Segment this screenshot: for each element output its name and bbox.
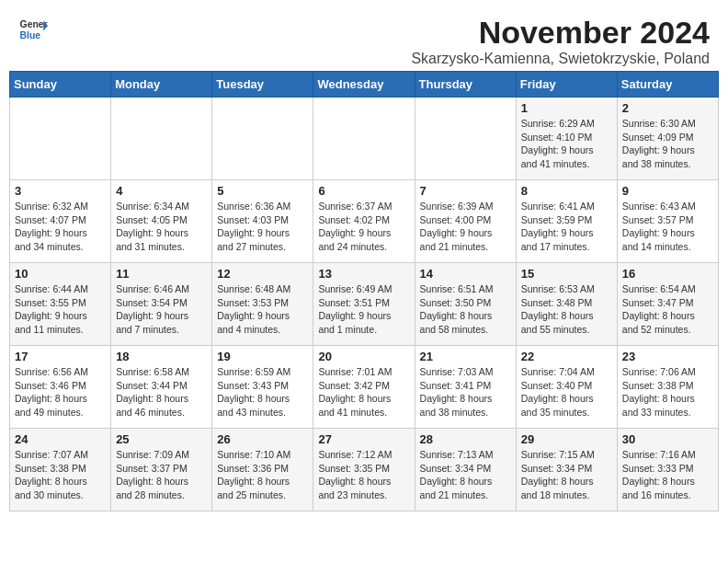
calendar-cell: 19Sunrise: 6:59 AM Sunset: 3:43 PM Dayli… bbox=[212, 346, 313, 429]
calendar-cell: 26Sunrise: 7:10 AM Sunset: 3:36 PM Dayli… bbox=[212, 429, 313, 511]
day-info: Sunrise: 6:39 AM Sunset: 4:00 PM Dayligh… bbox=[420, 200, 511, 254]
day-info: Sunrise: 7:04 AM Sunset: 3:40 PM Dayligh… bbox=[521, 365, 612, 419]
day-number: 1 bbox=[521, 101, 612, 115]
day-info: Sunrise: 7:16 AM Sunset: 3:33 PM Dayligh… bbox=[622, 448, 713, 502]
calendar-cell: 21Sunrise: 7:03 AM Sunset: 3:41 PM Dayli… bbox=[415, 346, 516, 429]
day-number: 5 bbox=[217, 184, 308, 198]
calendar-cell bbox=[10, 98, 111, 180]
day-number: 17 bbox=[15, 350, 106, 363]
calendar-cell: 10Sunrise: 6:44 AM Sunset: 3:55 PM Dayli… bbox=[10, 263, 111, 346]
calendar-header-cell-thursday: Thursday bbox=[415, 72, 516, 98]
calendar-body: 1Sunrise: 6:29 AM Sunset: 4:10 PM Daylig… bbox=[10, 98, 719, 511]
day-number: 10 bbox=[15, 267, 106, 281]
day-number: 23 bbox=[622, 350, 713, 363]
day-info: Sunrise: 7:12 AM Sunset: 3:35 PM Dayligh… bbox=[318, 448, 409, 502]
day-info: Sunrise: 6:51 AM Sunset: 3:50 PM Dayligh… bbox=[420, 282, 511, 337]
calendar-cell: 20Sunrise: 7:01 AM Sunset: 3:42 PM Dayli… bbox=[313, 346, 415, 429]
calendar-cell: 17Sunrise: 6:56 AM Sunset: 3:46 PM Dayli… bbox=[10, 346, 111, 429]
calendar-cell: 22Sunrise: 7:04 AM Sunset: 3:40 PM Dayli… bbox=[516, 346, 617, 429]
calendar-cell: 2Sunrise: 6:30 AM Sunset: 4:09 PM Daylig… bbox=[617, 98, 718, 180]
day-number: 15 bbox=[521, 267, 612, 281]
day-number: 28 bbox=[420, 432, 511, 446]
day-info: Sunrise: 6:48 AM Sunset: 3:53 PM Dayligh… bbox=[217, 282, 308, 337]
calendar-week-row: 3Sunrise: 6:32 AM Sunset: 4:07 PM Daylig… bbox=[10, 180, 719, 263]
svg-text:Blue: Blue bbox=[20, 30, 41, 40]
calendar-header-cell-wednesday: Wednesday bbox=[313, 72, 415, 98]
day-number: 6 bbox=[318, 184, 409, 198]
calendar-cell bbox=[111, 98, 212, 180]
day-number: 14 bbox=[420, 267, 511, 281]
day-info: Sunrise: 6:29 AM Sunset: 4:10 PM Dayligh… bbox=[521, 117, 612, 171]
calendar-week-row: 10Sunrise: 6:44 AM Sunset: 3:55 PM Dayli… bbox=[10, 263, 719, 346]
calendar-header-cell-sunday: Sunday bbox=[10, 72, 111, 98]
day-info: Sunrise: 6:41 AM Sunset: 3:59 PM Dayligh… bbox=[521, 200, 612, 254]
calendar-cell: 12Sunrise: 6:48 AM Sunset: 3:53 PM Dayli… bbox=[212, 263, 313, 346]
day-number: 3 bbox=[15, 184, 106, 198]
day-number: 21 bbox=[420, 350, 511, 363]
calendar-table: SundayMondayTuesdayWednesdayThursdayFrid… bbox=[9, 71, 719, 511]
day-number: 20 bbox=[318, 350, 409, 363]
day-info: Sunrise: 7:09 AM Sunset: 3:37 PM Dayligh… bbox=[116, 448, 207, 502]
day-number: 22 bbox=[521, 350, 612, 363]
calendar-cell: 5Sunrise: 6:36 AM Sunset: 4:03 PM Daylig… bbox=[212, 180, 313, 263]
day-info: Sunrise: 7:07 AM Sunset: 3:38 PM Dayligh… bbox=[15, 448, 106, 502]
day-info: Sunrise: 6:46 AM Sunset: 3:54 PM Dayligh… bbox=[116, 282, 207, 337]
day-number: 7 bbox=[420, 184, 511, 198]
day-number: 19 bbox=[217, 350, 308, 363]
calendar-header-cell-tuesday: Tuesday bbox=[212, 72, 313, 98]
day-number: 25 bbox=[116, 432, 207, 446]
day-number: 12 bbox=[217, 267, 308, 281]
calendar-cell bbox=[313, 98, 415, 180]
calendar-header-row: SundayMondayTuesdayWednesdayThursdayFrid… bbox=[10, 72, 719, 98]
day-info: Sunrise: 6:34 AM Sunset: 4:05 PM Dayligh… bbox=[116, 200, 207, 254]
day-info: Sunrise: 6:32 AM Sunset: 4:07 PM Dayligh… bbox=[15, 200, 106, 254]
calendar-cell bbox=[415, 98, 516, 180]
day-info: Sunrise: 6:37 AM Sunset: 4:02 PM Dayligh… bbox=[318, 200, 409, 254]
calendar-header-cell-saturday: Saturday bbox=[617, 72, 718, 98]
generalblue-logo-icon: General Blue bbox=[18, 15, 48, 44]
day-info: Sunrise: 6:56 AM Sunset: 3:46 PM Dayligh… bbox=[15, 365, 106, 419]
calendar-cell: 25Sunrise: 7:09 AM Sunset: 3:37 PM Dayli… bbox=[111, 429, 212, 511]
calendar-cell: 13Sunrise: 6:49 AM Sunset: 3:51 PM Dayli… bbox=[313, 263, 415, 346]
calendar-cell: 24Sunrise: 7:07 AM Sunset: 3:38 PM Dayli… bbox=[10, 429, 111, 511]
day-info: Sunrise: 6:53 AM Sunset: 3:48 PM Dayligh… bbox=[521, 282, 612, 337]
page-subtitle: Skarzysko-Kamienna, Swietokrzyskie, Pola… bbox=[411, 51, 710, 67]
calendar-cell: 23Sunrise: 7:06 AM Sunset: 3:38 PM Dayli… bbox=[617, 346, 718, 429]
day-number: 4 bbox=[116, 184, 207, 198]
day-info: Sunrise: 6:59 AM Sunset: 3:43 PM Dayligh… bbox=[217, 365, 308, 419]
calendar-cell bbox=[212, 98, 313, 180]
calendar-header-cell-monday: Monday bbox=[111, 72, 212, 98]
day-number: 30 bbox=[622, 432, 713, 446]
day-number: 27 bbox=[318, 432, 409, 446]
calendar-cell: 9Sunrise: 6:43 AM Sunset: 3:57 PM Daylig… bbox=[617, 180, 718, 263]
day-number: 9 bbox=[622, 184, 713, 198]
calendar-cell: 8Sunrise: 6:41 AM Sunset: 3:59 PM Daylig… bbox=[516, 180, 617, 263]
day-info: Sunrise: 6:54 AM Sunset: 3:47 PM Dayligh… bbox=[622, 282, 713, 337]
calendar-week-row: 17Sunrise: 6:56 AM Sunset: 3:46 PM Dayli… bbox=[10, 346, 719, 429]
calendar-cell: 11Sunrise: 6:46 AM Sunset: 3:54 PM Dayli… bbox=[111, 263, 212, 346]
day-info: Sunrise: 6:44 AM Sunset: 3:55 PM Dayligh… bbox=[15, 282, 106, 337]
day-info: Sunrise: 6:58 AM Sunset: 3:44 PM Dayligh… bbox=[116, 365, 207, 419]
calendar-cell: 6Sunrise: 6:37 AM Sunset: 4:02 PM Daylig… bbox=[313, 180, 415, 263]
calendar-cell: 14Sunrise: 6:51 AM Sunset: 3:50 PM Dayli… bbox=[415, 263, 516, 346]
day-number: 18 bbox=[116, 350, 207, 363]
calendar-cell: 29Sunrise: 7:15 AM Sunset: 3:34 PM Dayli… bbox=[516, 429, 617, 511]
day-number: 16 bbox=[622, 267, 713, 281]
day-number: 8 bbox=[521, 184, 612, 198]
logo: General Blue bbox=[18, 15, 48, 44]
day-number: 11 bbox=[116, 267, 207, 281]
day-info: Sunrise: 6:36 AM Sunset: 4:03 PM Dayligh… bbox=[217, 200, 308, 254]
calendar-cell: 4Sunrise: 6:34 AM Sunset: 4:05 PM Daylig… bbox=[111, 180, 212, 263]
calendar-cell: 7Sunrise: 6:39 AM Sunset: 4:00 PM Daylig… bbox=[415, 180, 516, 263]
calendar-header: SundayMondayTuesdayWednesdayThursdayFrid… bbox=[10, 72, 719, 98]
day-number: 2 bbox=[622, 101, 713, 115]
title-block: November 2024 Skarzysko-Kamienna, Swieto… bbox=[411, 15, 710, 67]
day-info: Sunrise: 7:15 AM Sunset: 3:34 PM Dayligh… bbox=[521, 448, 612, 502]
calendar-cell: 1Sunrise: 6:29 AM Sunset: 4:10 PM Daylig… bbox=[516, 98, 617, 180]
day-info: Sunrise: 6:43 AM Sunset: 3:57 PM Dayligh… bbox=[622, 200, 713, 254]
day-info: Sunrise: 7:01 AM Sunset: 3:42 PM Dayligh… bbox=[318, 365, 409, 419]
calendar-cell: 27Sunrise: 7:12 AM Sunset: 3:35 PM Dayli… bbox=[313, 429, 415, 511]
day-number: 26 bbox=[217, 432, 308, 446]
day-info: Sunrise: 7:13 AM Sunset: 3:34 PM Dayligh… bbox=[420, 448, 511, 502]
page-header: General Blue November 2024 Skarzysko-Kam… bbox=[0, 0, 728, 71]
